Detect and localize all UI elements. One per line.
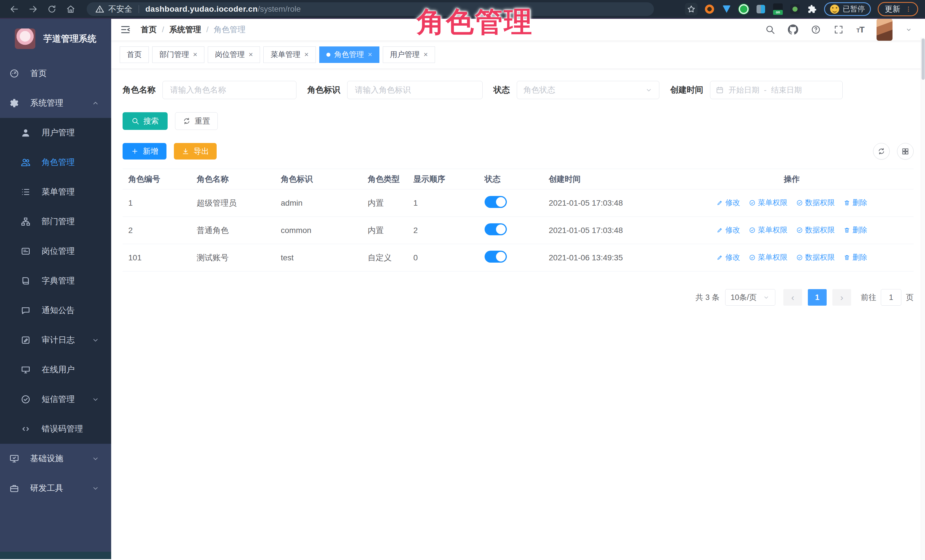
edit-link[interactable]: 修改 bbox=[716, 252, 740, 262]
check-circle-icon bbox=[749, 227, 756, 234]
close-icon[interactable]: × bbox=[304, 50, 309, 59]
font-size-icon[interactable]: TT bbox=[856, 25, 864, 35]
data-permission-link[interactable]: 数据权限 bbox=[796, 198, 835, 208]
breadcrumb-home[interactable]: 首页 bbox=[141, 24, 157, 35]
goto-page-input[interactable] bbox=[881, 289, 901, 306]
role-name-input[interactable] bbox=[163, 81, 297, 99]
cell-created-time: 2021-01-05 17:03:48 bbox=[543, 198, 664, 208]
scrollbar-thumb[interactable] bbox=[922, 39, 925, 80]
check-circle-icon bbox=[796, 254, 803, 261]
sidebar-collapse-button[interactable] bbox=[120, 24, 131, 35]
status-toggle[interactable] bbox=[485, 223, 507, 235]
export-button[interactable]: 导出 bbox=[174, 143, 217, 159]
edit-link[interactable]: 修改 bbox=[716, 225, 740, 235]
menu-permission-link[interactable]: 菜单权限 bbox=[749, 198, 788, 208]
bookmark-star-button[interactable] bbox=[685, 3, 698, 15]
role-key-input[interactable] bbox=[347, 81, 483, 99]
search-icon[interactable] bbox=[765, 24, 775, 35]
profile-paused-chip[interactable]: 已暂停 bbox=[824, 2, 871, 16]
sidebar-item-label: 短信管理 bbox=[42, 394, 75, 405]
data-permission-link[interactable]: 数据权限 bbox=[796, 252, 835, 262]
close-icon[interactable]: × bbox=[249, 50, 253, 59]
close-icon[interactable]: × bbox=[193, 50, 197, 59]
sidebar-item-sms[interactable]: 短信管理 bbox=[0, 384, 111, 414]
help-icon[interactable] bbox=[811, 24, 821, 35]
sidebar-item-dev-tools[interactable]: 研发工具 bbox=[0, 473, 111, 503]
next-page-button[interactable]: › bbox=[832, 289, 851, 306]
briefcase-icon bbox=[9, 483, 20, 493]
tab-home[interactable]: 首页 bbox=[120, 47, 149, 63]
column-settings-button[interactable] bbox=[897, 143, 914, 159]
tab-menus[interactable]: 菜单管理 × bbox=[264, 47, 316, 63]
sidebar-item-system[interactable]: 系统管理 bbox=[0, 88, 111, 118]
browser-update-button[interactable]: 更新 bbox=[878, 2, 918, 16]
add-button[interactable]: 新增 bbox=[123, 143, 166, 159]
sidebar-item-online-users[interactable]: 在线用户 bbox=[0, 355, 111, 384]
close-icon[interactable]: × bbox=[368, 50, 372, 59]
sidebar-item-users[interactable]: 用户管理 bbox=[0, 118, 111, 147]
data-permission-link[interactable]: 数据权限 bbox=[796, 225, 835, 235]
tab-users[interactable]: 用户管理 × bbox=[383, 47, 435, 63]
menu-permission-link[interactable]: 菜单权限 bbox=[749, 225, 788, 235]
sidebar-item-posts[interactable]: 岗位管理 bbox=[0, 236, 111, 266]
cell-role-name: 超级管理员 bbox=[191, 198, 275, 209]
browser-home-button[interactable] bbox=[63, 2, 78, 17]
app-logo-row[interactable]: 芋道管理系统 bbox=[0, 19, 111, 59]
extension-blue-drop[interactable] bbox=[722, 4, 732, 14]
role-name-label: 角色名称 bbox=[123, 84, 156, 96]
refresh-table-button[interactable] bbox=[873, 143, 890, 159]
edit-link[interactable]: 修改 bbox=[716, 198, 740, 208]
tab-departments[interactable]: 部门管理 × bbox=[152, 47, 204, 63]
toggle-knob bbox=[496, 252, 506, 261]
status-toggle[interactable] bbox=[485, 196, 507, 208]
breadcrumb-system[interactable]: 系统管理 bbox=[169, 24, 201, 35]
star-icon bbox=[687, 5, 696, 14]
chevron-down-icon bbox=[91, 395, 100, 404]
date-range-picker[interactable]: 开始日期 - 结束日期 bbox=[710, 81, 843, 99]
extension-green-circle[interactable] bbox=[738, 4, 749, 14]
browser-reload-button[interactable] bbox=[44, 2, 59, 17]
sidebar-item-error-codes[interactable]: 错误码管理 bbox=[0, 414, 111, 444]
status-toggle[interactable] bbox=[485, 251, 507, 263]
fullscreen-icon[interactable] bbox=[833, 24, 844, 35]
address-bar[interactable]: 不安全 dashboard.yudao.iocoder.cn /system/r… bbox=[87, 2, 654, 16]
delete-link[interactable]: 删除 bbox=[844, 198, 868, 208]
browser-forward-button[interactable] bbox=[26, 2, 41, 17]
sidebar-item-roles[interactable]: 角色管理 bbox=[0, 147, 111, 177]
delete-link[interactable]: 删除 bbox=[844, 225, 868, 235]
menu-permission-link[interactable]: 菜单权限 bbox=[749, 252, 788, 262]
sidebar-item-dict[interactable]: 字典管理 bbox=[0, 266, 111, 296]
tab-posts[interactable]: 岗位管理 × bbox=[208, 47, 260, 63]
extension-monkey[interactable] bbox=[790, 4, 800, 14]
chevron-down-icon bbox=[645, 86, 653, 94]
page-number-1[interactable]: 1 bbox=[808, 289, 827, 306]
sidebar-item-menus[interactable]: 菜单管理 bbox=[0, 177, 111, 207]
gear-icon bbox=[9, 98, 20, 108]
reset-button[interactable]: 重置 bbox=[175, 112, 218, 130]
id-card-icon bbox=[21, 246, 31, 256]
tab-label: 首页 bbox=[127, 50, 142, 60]
extension-orange[interactable] bbox=[704, 4, 715, 14]
github-icon[interactable] bbox=[788, 24, 798, 35]
status-select[interactable]: 角色状态 bbox=[517, 81, 659, 99]
prev-page-button[interactable]: ‹ bbox=[783, 289, 802, 306]
sidebar-item-audit-log[interactable]: 审计日志 bbox=[0, 325, 111, 355]
sidebar-item-departments[interactable]: 部门管理 bbox=[0, 207, 111, 236]
sidebar-item-home[interactable]: 首页 bbox=[0, 59, 111, 88]
extension-switch-on[interactable]: on bbox=[773, 4, 783, 14]
avatar-caret-icon[interactable] bbox=[905, 26, 913, 33]
sidebar-item-infrastructure[interactable]: 基础设施 bbox=[0, 444, 111, 473]
extensions-menu-button[interactable] bbox=[807, 4, 817, 14]
sidebar-item-label: 系统管理 bbox=[30, 98, 63, 109]
sidebar-item-notice[interactable]: 通知公告 bbox=[0, 296, 111, 325]
search-button[interactable]: 搜索 bbox=[123, 112, 167, 130]
extension-duotone[interactable] bbox=[756, 4, 766, 14]
delete-link[interactable]: 删除 bbox=[844, 252, 868, 262]
tab-roles[interactable]: 角色管理 × bbox=[319, 47, 380, 63]
close-icon[interactable]: × bbox=[423, 50, 428, 59]
user-avatar[interactable] bbox=[877, 18, 892, 41]
page-size-select[interactable]: 10条/页 bbox=[725, 289, 775, 306]
refresh-icon bbox=[877, 147, 885, 155]
kebab-menu-icon[interactable] bbox=[905, 5, 912, 14]
browser-back-button[interactable] bbox=[7, 2, 22, 17]
